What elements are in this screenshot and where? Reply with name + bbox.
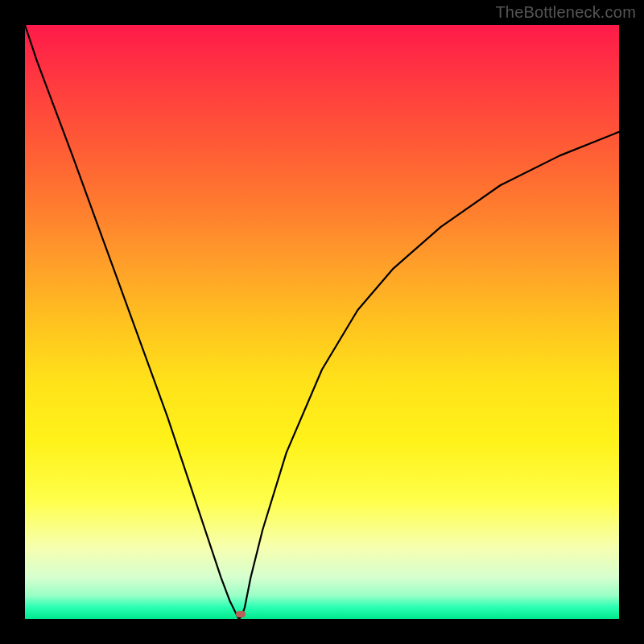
chart-frame: TheBottleneck.com xyxy=(0,0,644,644)
curve-svg xyxy=(25,25,619,619)
bottleneck-marker xyxy=(236,611,246,617)
curve-path xyxy=(25,25,619,619)
plot-area xyxy=(25,25,619,619)
watermark-text: TheBottleneck.com xyxy=(495,3,636,22)
